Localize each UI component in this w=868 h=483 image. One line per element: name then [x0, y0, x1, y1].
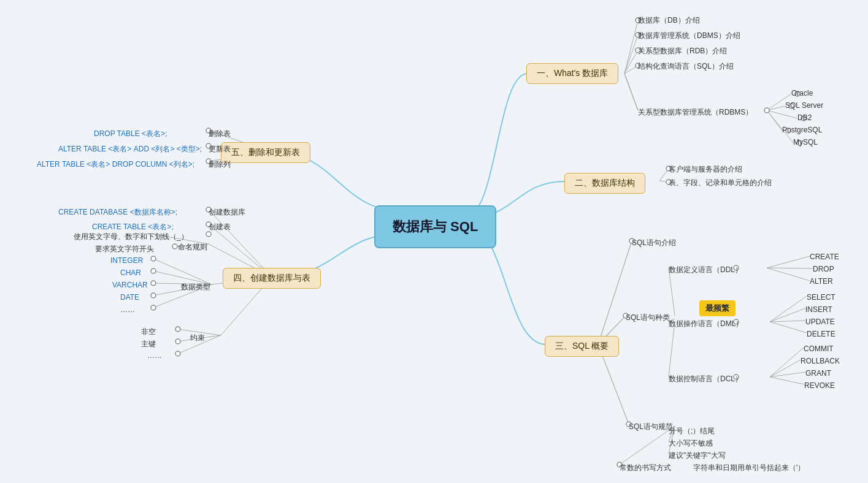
svg-line-12 [598, 241, 632, 344]
center-node: 数据库与 SQL [374, 205, 496, 248]
svg-point-64 [175, 339, 180, 344]
b4-constraints-label: 约束 [190, 333, 205, 343]
svg-line-27 [770, 372, 805, 377]
b5-label-0: 删除表 [209, 129, 231, 139]
b3-constants-label: 常数的书写方式 [620, 463, 671, 473]
b5-label-2: 删除列 [209, 159, 231, 170]
b4-naming-label: 命名规则 [178, 242, 207, 253]
svg-point-56 [206, 232, 211, 237]
b3-dcl-grant: GRANT [805, 369, 831, 378]
b3-dcl-rollback: ROLLBACK [801, 357, 840, 365]
b4-constraint-0: 非空 [141, 327, 156, 337]
svg-point-62 [151, 305, 156, 310]
b3-rule-0: 分号（;）结尾 [669, 426, 715, 436]
svg-line-3 [624, 66, 638, 74]
svg-line-8 [767, 110, 782, 131]
b3-ddl-alter: ALTER [810, 277, 833, 286]
b4-code-0: CREATE DATABASE <数据库名称>; [58, 207, 177, 218]
b4-code-1: CREATE TABLE <表名>; [92, 222, 174, 232]
b5-code-2: ALTER TABLE <表名> DROP COLUMN <列名>; [37, 159, 194, 170]
b4-type-1: CHAR [120, 268, 141, 277]
highlight-most-frequent: 最频繁 [699, 300, 735, 316]
svg-line-11 [659, 181, 669, 182]
b3-dml-label: 数据操作语言（DML） [669, 319, 743, 329]
b2-item-1: 表、字段、记录和单元格的介绍 [669, 178, 772, 188]
svg-point-58 [151, 256, 156, 261]
b4-constraint-2: …… [147, 351, 162, 360]
branch-4-label: 四、创建数据库与表 [233, 273, 310, 283]
svg-line-6 [767, 106, 785, 110]
b3-sql-types: SQL语句种类 [626, 313, 670, 323]
branch-5: 五、删除和更新表 [221, 142, 310, 163]
svg-line-33 [209, 210, 272, 277]
branch-1: 一、What's 数据库 [526, 63, 618, 84]
b5-code-0: DROP TABLE <表名>; [94, 129, 167, 139]
b3-dcl-commit: COMMIT [804, 344, 834, 353]
branch-4: 四、创建数据库与表 [223, 268, 321, 289]
branch-5-label: 五、删除和更新表 [231, 147, 300, 157]
svg-line-23 [770, 321, 805, 322]
b1-mysql: MySQL [793, 138, 818, 146]
branch-3: 三、SQL 概要 [545, 336, 619, 357]
svg-line-20 [767, 268, 810, 281]
b1-item-1: 数据库管理系统（DBMS）介绍 [638, 31, 740, 41]
b3-rules-label: SQL语句规范 [629, 422, 673, 432]
b1-rdbms-label: 关系型数据库管理系统（RDBMS） [638, 107, 753, 118]
svg-line-4 [624, 74, 638, 110]
b1-item-3: 结构化查询语言（SQL）介绍 [638, 61, 734, 72]
branch-2: 二、数据库结构 [564, 173, 645, 194]
svg-point-60 [151, 281, 156, 286]
b4-type-3: DATE [120, 293, 139, 302]
b3-rule-2: 建议"关键字"大写 [669, 451, 726, 461]
b3-dcl-label: 数据控制语言（DCL） [669, 374, 742, 384]
svg-line-25 [770, 348, 804, 377]
b5-label-1: 更新表 [209, 144, 231, 154]
b1-oracle: Oracle [791, 89, 813, 97]
b4-type-2: VARCHAR [112, 281, 148, 289]
svg-line-28 [770, 377, 804, 384]
b1-sqlserver: SQL Server [785, 101, 823, 110]
svg-line-21 [770, 296, 807, 322]
b3-constants-text: 字符串和日期用单引号括起来（'） [693, 463, 805, 473]
b4-types-label: 数据类型 [181, 282, 210, 292]
b4-naming-1: 要求英文字符开头 [95, 244, 154, 254]
b3-dml-select: SELECT [807, 293, 835, 302]
svg-line-1 [624, 35, 638, 74]
branch-2-label: 二、数据库结构 [575, 178, 635, 188]
b4-constraint-1: 主键 [141, 339, 156, 349]
b3-dcl-revoke: REVOKE [804, 381, 835, 390]
b3-ddl-drop: DROP [813, 265, 834, 273]
b3-dml-update: UPDATE [805, 318, 835, 326]
b3-ddl-label: 数据定义语言（DDL） [669, 265, 742, 275]
b4-type-4: …… [120, 305, 135, 314]
svg-line-0 [624, 20, 638, 74]
b4-label-0: 创建数据库 [209, 207, 245, 218]
svg-point-57 [172, 244, 177, 249]
branch-3-label: 三、SQL 概要 [555, 341, 609, 351]
svg-line-24 [770, 322, 807, 333]
svg-line-26 [770, 360, 801, 377]
b1-item-0: 数据库（DB）介绍 [638, 15, 700, 26]
b3-dml-delete: DELETE [807, 330, 835, 338]
svg-line-10 [659, 169, 669, 181]
b5-code-1: ALTER TABLE <表名> ADD <列名> <类型>; [58, 144, 202, 154]
svg-line-2 [624, 50, 638, 74]
b3-dml-insert: INSERT [805, 305, 832, 314]
svg-line-40 [153, 259, 212, 284]
svg-point-63 [175, 327, 180, 332]
branch-1-label: 一、What's 数据库 [537, 68, 608, 78]
b2-item-0: 客户端与服务器的介绍 [669, 164, 742, 175]
b4-label-1: 创建表 [209, 222, 231, 232]
b1-db2: DB2 [797, 113, 812, 122]
svg-line-17 [669, 322, 675, 377]
svg-point-80 [764, 108, 769, 113]
svg-line-22 [770, 308, 805, 322]
svg-line-18 [767, 256, 810, 268]
svg-line-7 [767, 110, 797, 118]
b1-item-2: 关系型数据库（RDB）介绍 [638, 46, 727, 56]
svg-point-59 [151, 268, 156, 273]
b3-ddl-create: CREATE [810, 253, 839, 261]
svg-point-65 [175, 351, 180, 356]
svg-line-19 [767, 268, 813, 268]
b4-naming-0: 使用英文字母、数字和下划线（_） [74, 232, 188, 242]
